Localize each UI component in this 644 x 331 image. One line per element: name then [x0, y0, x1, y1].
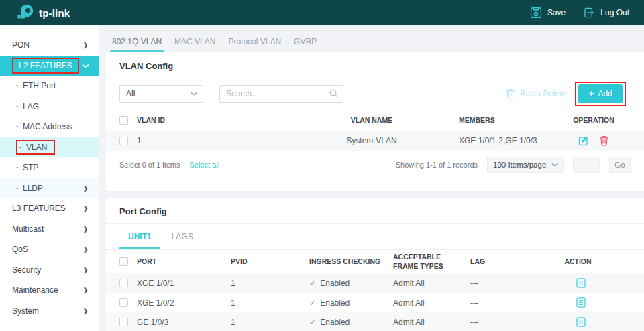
sidebar-item-vlan[interactable]: VLAN [0, 137, 99, 158]
tab-unit1[interactable]: UNIT1 [119, 232, 160, 249]
sidebar-item-system[interactable]: System [0, 301, 99, 322]
tab-8021q-vlan[interactable]: 802.1Q VLAN [111, 37, 162, 52]
vlan-table-header: VLAN ID VLAN NAME MEMBERS OPERATION [106, 109, 644, 131]
port-config-title: Port Config [106, 198, 644, 223]
main-content: 802.1Q VLAN MAC VLAN Protocol VLAN GVRP … [99, 25, 644, 331]
brand-name: tp-link [39, 7, 70, 19]
select-all-checkbox[interactable] [119, 257, 128, 266]
logout-icon [583, 7, 595, 19]
add-button[interactable]: + Add [578, 84, 623, 103]
sidebar-item-mac-address[interactable]: MAC Address [0, 117, 99, 137]
search-input[interactable] [219, 85, 343, 103]
delete-icon[interactable] [599, 135, 609, 146]
add-button-wrap: + Add [578, 84, 623, 103]
search-box [219, 85, 343, 103]
logout-button[interactable]: Log Out [583, 7, 629, 19]
sidebar-item-eth-port[interactable]: ETH Port [0, 76, 99, 96]
tab-mac-vlan[interactable]: MAC VLAN [174, 37, 216, 52]
edit-icon[interactable] [578, 135, 589, 146]
sidebar-item-stp[interactable]: STP [0, 157, 99, 178]
port-table: PORT PVID INGRESS CHECKING ACCEPTABLE FR… [106, 249, 644, 331]
items-per-page-select[interactable]: 100 Items/page [487, 157, 564, 173]
section-gap [106, 191, 644, 198]
port-table-header: PORT PVID INGRESS CHECKING ACCEPTABLE FR… [106, 249, 644, 273]
tab-lags[interactable]: LAGS [163, 232, 202, 249]
port-config-tabs: UNIT1 LAGS [106, 224, 644, 249]
tab-gvrp[interactable]: GVRP [293, 37, 317, 52]
vlan-toolbar: All [106, 78, 644, 109]
chevron-right-icon [83, 186, 88, 192]
ingress-status: Enabled [309, 279, 393, 288]
app-root: tp-link Save [0, 0, 644, 331]
plus-icon: + [588, 89, 594, 98]
sidebar: PON L2 FEATURES ETH Port LAG MAC Address… [0, 25, 99, 331]
chevron-down-icon [83, 63, 88, 69]
detail-icon[interactable] [576, 297, 586, 308]
sidebar-item-pon[interactable]: PON [0, 35, 99, 56]
row-checkbox[interactable] [119, 137, 128, 145]
sidebar-item-l3-features[interactable]: L3 FEATURES [0, 198, 99, 219]
vlan-table-row: 1 System-VLAN XGE 1/0/1-2,GE 1/0/3 [106, 131, 644, 151]
vlan-config-title: VLAN Config [106, 52, 644, 78]
chevron-right-icon [83, 247, 88, 253]
save-button[interactable]: Save [530, 7, 566, 19]
go-button[interactable]: Go [609, 157, 631, 173]
vlan-tabs: 802.1Q VLAN MAC VLAN Protocol VLAN GVRP [106, 25, 644, 52]
tab-protocol-vlan[interactable]: Protocol VLAN [227, 37, 282, 52]
sidebar-item-l2-features[interactable]: L2 FEATURES [0, 56, 99, 76]
port-config-section: Port Config UNIT1 LAGS PORT PVID I [106, 198, 644, 331]
chevron-right-icon [83, 308, 88, 314]
tplink-logo-icon [17, 4, 34, 21]
top-header: tp-link Save [0, 0, 644, 25]
sidebar-item-multicast[interactable]: Multicast [0, 219, 99, 240]
vlan-config-section: VLAN Config All [106, 52, 644, 191]
port-table-row: XGE 1/0/2 1 Enabled Admit All --- [106, 293, 644, 312]
save-icon [530, 7, 542, 19]
select-all-link[interactable]: Select all [190, 161, 220, 169]
filter-select[interactable]: All [119, 85, 203, 103]
trash-icon [505, 88, 515, 99]
row-checkbox[interactable] [119, 298, 128, 307]
select-summary: Select 0 of 1 items [119, 161, 180, 169]
port-table-row: XGE 1/0/1 1 Enabled Admit All --- [106, 273, 644, 293]
select-all-checkbox[interactable] [119, 116, 128, 125]
logout-label: Log Out [600, 8, 629, 17]
chevron-right-icon [83, 267, 88, 273]
sidebar-item-lldp[interactable]: LLDP [0, 178, 99, 199]
vlan-annotation: VLAN [16, 140, 55, 155]
chevron-right-icon [83, 226, 88, 233]
ingress-status: Enabled [309, 298, 393, 308]
chevron-right-icon [83, 206, 88, 212]
top-actions: Save Log Out [530, 7, 629, 19]
detail-icon[interactable] [576, 277, 586, 289]
chevron-right-icon [83, 287, 88, 293]
chevron-down-icon [192, 91, 197, 96]
sidebar-item-security[interactable]: Security [0, 260, 99, 281]
port-table-row: GE 1/0/3 1 Enabled Admit All --- [106, 312, 644, 331]
search-icon [329, 88, 339, 98]
detail-icon[interactable] [576, 316, 586, 328]
ingress-status: Enabled [309, 318, 393, 327]
vlan-table: VLAN ID VLAN NAME MEMBERS OPERATION 1 Sy… [106, 109, 644, 151]
chevron-down-icon [553, 162, 557, 168]
sidebar-item-lag[interactable]: LAG [0, 96, 99, 117]
page-input[interactable] [573, 157, 600, 173]
sidebar-item-qos[interactable]: QoS [0, 239, 99, 260]
brand: tp-link [17, 4, 70, 21]
chevron-right-icon [83, 42, 88, 48]
l2-features-annotation: L2 FEATURES [12, 58, 79, 74]
save-label: Save [547, 8, 566, 17]
batch-delete-button[interactable]: Batch Delete [505, 88, 566, 99]
records-summary: Showing 1-1 of 1 records [396, 161, 478, 169]
sidebar-item-maintenance[interactable]: Maintenance [0, 280, 99, 301]
vlan-table-footer: Select 0 of 1 items Select all Showing 1… [106, 151, 644, 173]
row-checkbox[interactable] [119, 318, 128, 326]
row-checkbox[interactable] [119, 279, 128, 287]
